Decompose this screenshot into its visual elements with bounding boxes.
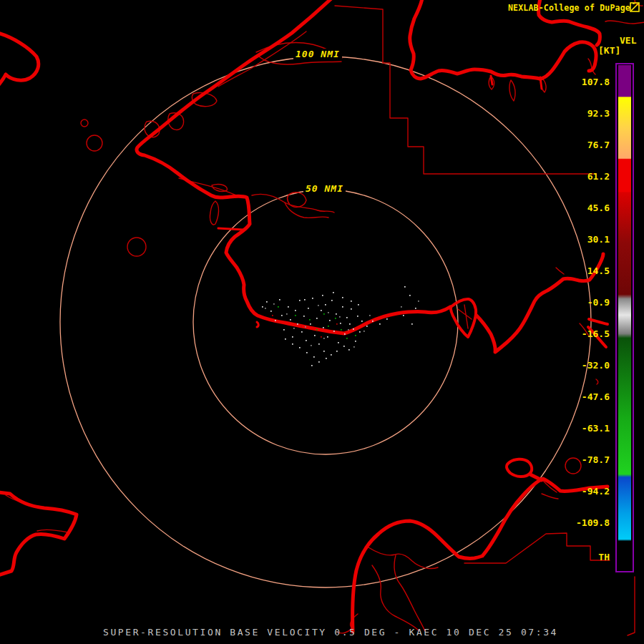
velocity-speckle [297,323,298,325]
velocity-speckle [411,323,413,325]
lake-upper-left [0,33,39,86]
velocity-speckle [288,306,289,308]
radar-display: 100 NMI 50 NMI NEXLAB-College of DuPage … [0,0,644,644]
velocity-speckle [409,295,411,296]
colorbar-tick--78.7: -78.7 [560,454,610,465]
velocity-speckle [338,342,339,343]
velocity-speckle [346,338,348,339]
velocity-speckle [322,295,323,296]
velocity-speckle [275,320,276,321]
velocity-speckle [299,300,301,301]
product-caption: SUPER-RESOLUTION BASE VELOCITY 0.5 DEG -… [94,627,567,638]
velocity-speckle [342,297,343,298]
velocity-speckle [301,331,303,333]
colorbar-tick--32.0: -32.0 [560,360,610,371]
velocity-speckle [323,313,325,315]
velocity-speckle [346,317,348,318]
velocity-speckle [305,326,306,328]
velocity-speckle [281,315,283,316]
velocity-speckle [283,329,285,331]
velocity-speckle [314,335,316,336]
velocity-speckle [273,303,275,305]
velocity-speckle [339,316,341,318]
legend-units-bracket: [KT] [598,45,620,56]
velocity-speckle [278,306,279,308]
velocity-speckle [359,331,361,333]
velocity-speckle [333,292,334,293]
velocity-speckle [306,340,307,341]
coast-bay-loop [451,299,476,337]
velocity-speckle [295,310,296,311]
velocity-speckle [318,361,320,363]
island-loop-southeast [507,459,532,477]
velocity-speckle [344,333,346,335]
velocity-speckle [327,336,328,338]
colorbar-tick--47.6: -47.6 [560,391,610,402]
velocity-speckle [353,328,354,330]
velocity-speckle [323,338,325,339]
velocity-speckle [372,321,374,322]
velocity-speckle [316,329,318,331]
legend-units-title: VEL [620,35,636,46]
velocity-speckle [313,356,315,358]
velocity-speckle [285,338,286,340]
velocity-speckle [369,315,371,316]
velocity-speckle [270,311,272,312]
velocity-speckle [323,351,325,352]
colorbar-tick-92.3: 92.3 [560,108,610,119]
velocity-speckle [348,329,349,331]
velocity-speckle [333,331,335,332]
velocity-speckle [331,300,333,301]
velocity-speckle [326,358,327,359]
velocity-speckle [262,306,263,308]
velocity-speckle [366,326,368,327]
colorbar-tick-61.2: 61.2 [560,171,610,182]
velocity-speckle [318,305,319,306]
colorbar-tick-107.8: 107.8 [560,77,610,87]
colorbar-tick--94.2: -94.2 [560,486,610,497]
colorbar-tick--0.9: -0.9 [560,297,610,308]
radar-data-speckles [262,286,419,366]
velocity-speckle [290,319,291,321]
colorbar-tick--109.8: -109.8 [560,517,610,528]
velocity-speckle [335,318,336,319]
peninsula-lower-left [0,492,77,575]
velocity-speckle [323,327,324,328]
velocity-speckle [266,301,268,303]
velocity-speckle [361,321,363,322]
velocity-speckle [295,315,296,316]
velocity-speckle [348,349,350,351]
velocity-speckle [331,354,332,356]
page-title: NEXLAB-College of DuPage [508,3,630,13]
velocity-speckle [286,313,288,315]
velocity-speckle [415,308,416,309]
velocity-speckle [355,335,356,336]
velocity-speckle [304,299,306,301]
velocity-speckle [303,316,305,317]
velocity-speckle [349,323,351,325]
velocity-speckle [364,331,365,332]
range-ring-label-50nmi: 50 NMI [303,183,346,194]
velocity-speckle [309,319,311,321]
velocity-speckle [342,306,343,308]
velocity-speckle [418,301,419,302]
velocity-speckle [358,304,359,306]
velocity-speckle [279,299,280,301]
velocity-speckle [401,306,402,308]
velocity-speckle [341,329,342,331]
velocity-speckle [340,323,341,324]
colorbar-tick-30.1: 30.1 [560,234,610,245]
velocity-speckle [265,308,266,309]
velocity-speckle [311,345,312,346]
velocity-speckle [336,351,338,352]
velocity-speckle [292,336,293,338]
velocity-speckle [311,365,313,366]
velocity-speckle [386,318,388,320]
velocity-speckle [357,316,358,317]
velocity-speckle [328,312,329,313]
velocity-speckle [351,308,352,310]
velocity-colorbar-gradient [618,65,631,569]
map-detail-lines [6,0,644,635]
velocity-speckle [321,336,322,338]
colorbar-tick-TH: TH [560,552,610,562]
